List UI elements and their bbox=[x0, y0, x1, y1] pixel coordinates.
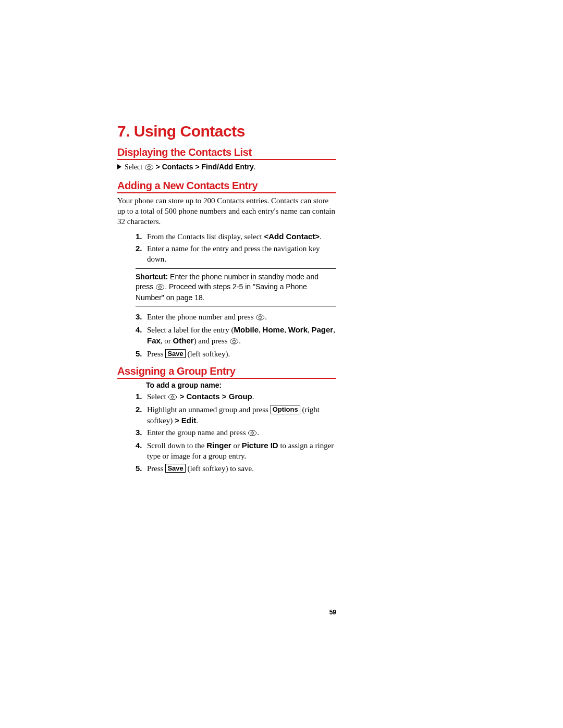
save-softkey: Save bbox=[165, 349, 185, 359]
page-content: 7. Using Contacts Displaying the Contact… bbox=[117, 122, 336, 475]
play-icon bbox=[117, 164, 121, 169]
nav-key-icon bbox=[168, 392, 177, 403]
select-path-line: Select > Contacts > Find/Add Entry. bbox=[117, 162, 336, 174]
step-5: 5.Press Save (left softkey). bbox=[136, 349, 336, 359]
section-displaying-contacts: Displaying the Contacts List bbox=[117, 146, 336, 160]
options-softkey: Options bbox=[271, 405, 300, 414]
section-adding-entry: Adding a New Contacts Entry bbox=[117, 180, 336, 193]
subhead-add-group: To add a group name: bbox=[146, 381, 336, 389]
steps-list-adding-cont: 3.Enter the phone number and press . 4.S… bbox=[136, 312, 336, 359]
step-2: 2.Highlight an unnamed group and press O… bbox=[136, 404, 336, 426]
page-number: 59 bbox=[117, 609, 336, 616]
step-4: 4.Scroll down to the Ringer or Picture I… bbox=[136, 440, 336, 462]
nav-key-icon bbox=[229, 337, 239, 347]
step-3: 3.Enter the group name and press . bbox=[136, 427, 336, 439]
nav-key-icon bbox=[155, 283, 165, 293]
step-3: 3.Enter the phone number and press . bbox=[136, 312, 336, 323]
step-5: 5.Press Save (left softkey) to save. bbox=[136, 463, 336, 474]
section-group-entry: Assigning a Group Entry bbox=[117, 365, 336, 379]
intro-text: Your phone can store up to 200 Contacts … bbox=[117, 195, 336, 227]
nav-key-icon bbox=[255, 313, 265, 323]
step-4: 4.Select a label for the entry (Mobile, … bbox=[136, 325, 336, 347]
shortcut-box: Shortcut: Enter the phone number in stan… bbox=[136, 268, 336, 306]
nav-key-icon bbox=[248, 428, 257, 439]
steps-list-group: 1.Select > Contacts > Group. 2.Highlight… bbox=[136, 391, 336, 474]
save-softkey: Save bbox=[165, 464, 185, 473]
chapter-title: 7. Using Contacts bbox=[117, 122, 336, 140]
nav-key-icon bbox=[144, 164, 154, 174]
step-1: 1.Select > Contacts > Group. bbox=[136, 391, 336, 403]
step-1: 1.From the Contacts list display, select… bbox=[136, 231, 336, 242]
step-2: 2.Enter a name for the entry and press t… bbox=[136, 243, 336, 265]
steps-list-adding: 1.From the Contacts list display, select… bbox=[136, 231, 336, 265]
